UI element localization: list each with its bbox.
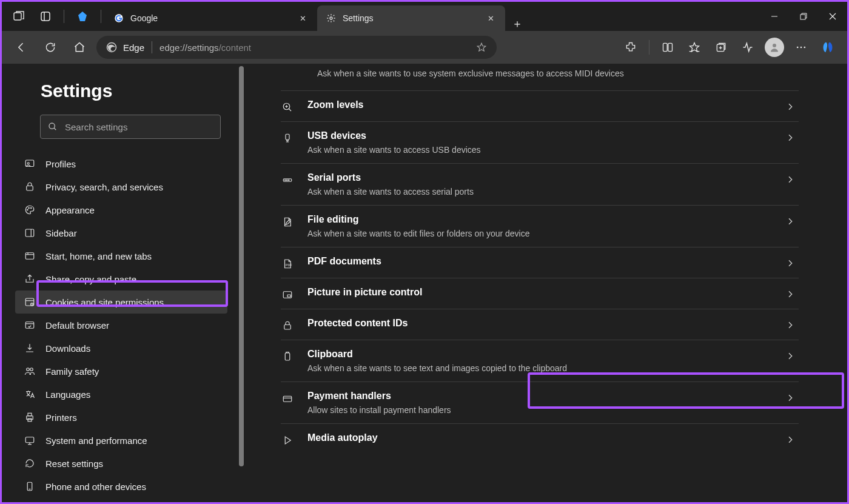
permission-row[interactable]: USB devicesAsk when a site wants to acce… (281, 121, 799, 163)
permission-title: Serial ports (307, 172, 788, 183)
family-icon (24, 366, 36, 377)
chevron-right-icon (785, 351, 795, 361)
svg-point-4 (330, 17, 332, 19)
permission-title: Clipboard (307, 349, 788, 360)
sidebar-item-system[interactable]: System and performance (15, 429, 227, 452)
svg-rect-61 (287, 295, 290, 297)
sidebar-item-share[interactable]: Share, copy and paste (15, 267, 227, 291)
permission-desc: Allow sites to install payment handlers (307, 405, 788, 415)
chevron-right-icon (785, 320, 795, 330)
sidebar-item-browser[interactable]: Default browser (15, 314, 227, 337)
search-input[interactable] (65, 122, 213, 132)
sidebar-item-palette[interactable]: Appearance (15, 198, 227, 221)
sidebar-item-phone[interactable]: Phone and other devices (15, 475, 227, 498)
favorites-button[interactable] (682, 35, 706, 59)
address-bar[interactable]: Edge edge://settings/content (96, 36, 497, 59)
permission-row[interactable]: Picture in picture control (281, 278, 799, 309)
sidebar-item-languages[interactable]: Languages (15, 383, 227, 406)
chevron-right-icon (785, 133, 795, 143)
permission-row[interactable]: Payment handlersAllow sites to install p… (281, 381, 799, 423)
extensions-button[interactable] (619, 35, 643, 59)
svg-point-18 (797, 47, 799, 49)
settings-search[interactable] (40, 115, 221, 139)
new-tab-button[interactable]: ＋ (505, 16, 529, 31)
sidebar-item-label: Profiles (45, 159, 76, 169)
profile-avatar[interactable] (762, 35, 787, 59)
title-bar: Google ✕ Settings ✕ ＋ (2, 2, 847, 31)
close-icon[interactable]: ✕ (297, 12, 309, 24)
tab-title: Google (130, 13, 290, 23)
profiles-icon (24, 158, 36, 169)
svg-text:PDF: PDF (286, 263, 292, 267)
tab-google[interactable]: Google ✕ (105, 5, 317, 31)
svg-point-20 (804, 47, 806, 49)
permission-title: Picture in picture control (307, 287, 788, 298)
svg-rect-6 (800, 15, 805, 19)
sidebar-item-label: Reset settings (45, 459, 103, 469)
sidebar-item-cookies[interactable]: Cookies and site permissions (15, 291, 227, 314)
permission-title: USB devices (307, 130, 788, 141)
performance-button[interactable] (736, 35, 760, 59)
chevron-right-icon (785, 258, 795, 268)
minimize-button[interactable] (760, 2, 789, 31)
tab-settings[interactable]: Settings ✕ (317, 5, 505, 31)
permission-row[interactable]: Zoom levels (281, 90, 799, 121)
chevron-right-icon (785, 175, 795, 184)
url-text: edge://settings/content (159, 42, 469, 53)
permission-row[interactable]: Media autoplay (281, 423, 799, 454)
sidebar-item-reset[interactable]: Reset settings (15, 452, 227, 475)
split-screen-button[interactable] (656, 35, 680, 59)
permission-icon (281, 393, 294, 404)
sidebar-item-sidebar[interactable]: Sidebar (15, 221, 227, 244)
permission-icon (281, 435, 294, 446)
rewards-icon[interactable] (70, 4, 95, 29)
permission-row[interactable]: PDFPDF documents (281, 247, 799, 278)
sidebar-item-label: Cookies and site permissions (45, 297, 164, 307)
maximize-button[interactable] (789, 2, 818, 31)
svg-rect-43 (28, 418, 32, 422)
close-window-button[interactable] (818, 2, 847, 31)
sidebar-item-download[interactable]: Downloads (15, 337, 227, 360)
permission-desc: Ask when a site wants to access serial p… (307, 187, 788, 197)
copilot-button[interactable] (816, 35, 840, 59)
permission-row[interactable]: Serial portsAsk when a site wants to acc… (281, 163, 799, 205)
permission-row[interactable]: Protected content IDs (281, 309, 799, 340)
sidebar-item-home-tabs[interactable]: Start, home, and new tabs (15, 244, 227, 267)
svg-point-58 (289, 180, 290, 181)
svg-point-19 (800, 47, 802, 49)
permission-title: Zoom levels (307, 99, 788, 110)
sidebar-item-printer[interactable]: Printers (15, 406, 227, 429)
collections-button[interactable] (709, 35, 733, 59)
permission-desc: Ask when a site wants to access USB devi… (307, 145, 788, 155)
sidebar-item-label: Phone and other devices (45, 482, 146, 492)
home-button[interactable] (67, 35, 92, 59)
permission-row[interactable]: ClipboardAsk when a site wants to see te… (281, 340, 799, 381)
permission-icon (281, 351, 294, 362)
share-icon (24, 274, 36, 284)
sidebar-item-profiles[interactable]: Profiles (15, 152, 227, 175)
sidebar-scrollbar[interactable] (238, 64, 244, 502)
svg-point-26 (27, 209, 29, 210)
back-button[interactable] (9, 35, 33, 59)
sidebar-item-label: Sidebar (45, 228, 77, 238)
permission-icon (281, 175, 294, 186)
sidebar-item-accessibility[interactable]: Accessibility (15, 498, 227, 502)
svg-rect-42 (28, 413, 32, 416)
refresh-button[interactable] (38, 35, 62, 59)
svg-point-28 (31, 207, 32, 209)
midi-desc: Ask when a site wants to use system excl… (281, 64, 799, 90)
svg-line-51 (289, 109, 291, 111)
favorite-star-icon[interactable] (476, 42, 487, 53)
vertical-tabs-icon[interactable] (33, 4, 58, 29)
svg-point-17 (773, 44, 776, 47)
permission-icon (281, 320, 294, 331)
sidebar-item-lock[interactable]: Privacy, search, and services (15, 175, 227, 198)
site-identity[interactable]: Edge (106, 42, 144, 53)
sidebar-item-label: Share, copy and paste (45, 274, 136, 284)
tab-actions-icon[interactable] (7, 4, 31, 29)
more-menu-button[interactable] (789, 35, 813, 59)
settings-content: Ask when a site wants to use system excl… (244, 64, 847, 502)
close-icon[interactable]: ✕ (485, 12, 497, 24)
sidebar-item-family[interactable]: Family safety (15, 360, 227, 383)
permission-row[interactable]: File editingAsk when a site wants to edi… (281, 205, 799, 247)
